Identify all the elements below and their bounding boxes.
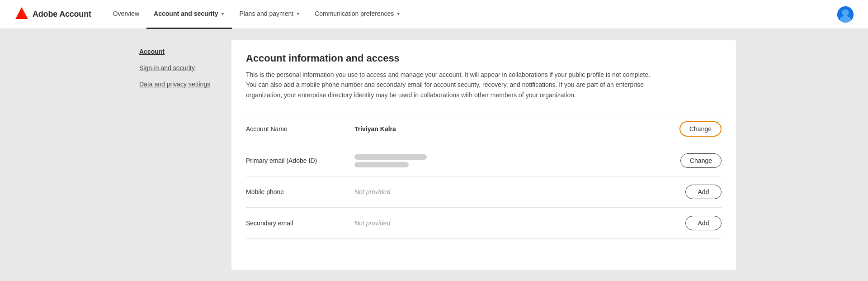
sidebar-item-data-privacy[interactable]: Data and privacy settings: [132, 76, 231, 92]
primary-email-label: Primary email (Adobe ID): [246, 157, 354, 164]
nav-link-account-security[interactable]: Account and security ▼: [146, 0, 232, 29]
email-blur-line-2: [354, 162, 409, 167]
main-wrapper: Account Sign-in and security Data and pr…: [118, 29, 750, 281]
nav-link-plans-payment[interactable]: Plans and payment ▼: [232, 0, 307, 29]
adobe-logo-icon: [14, 6, 29, 23]
chevron-down-icon: ▼: [396, 11, 401, 16]
account-name-action: Change: [679, 121, 722, 137]
primary-email-action: Change: [680, 153, 722, 168]
chevron-down-icon: ▼: [220, 11, 225, 16]
mobile-phone-action: Add: [685, 185, 722, 199]
nav-communication-label: Communication preferences: [315, 10, 394, 17]
primary-email-change-button[interactable]: Change: [680, 153, 722, 168]
account-name-value: Triviyan Kalra: [354, 125, 679, 133]
secondary-email-action: Add: [685, 216, 722, 230]
content-area: Account information and access This is t…: [231, 40, 736, 270]
nav-overview-label: Overview: [113, 10, 139, 17]
brand-name: Adobe Account: [33, 10, 91, 19]
nav-link-communication[interactable]: Communication preferences ▼: [307, 0, 408, 29]
avatar[interactable]: [837, 6, 854, 23]
secondary-email-row: Secondary email Not provided Add: [246, 207, 722, 239]
chevron-down-icon: ▼: [296, 11, 300, 16]
account-info-table: Account Name Triviyan Kalra Change Prima…: [246, 113, 722, 239]
sidebar-signin-label: Sign-in and security: [139, 64, 195, 71]
svg-point-5: [842, 10, 849, 16]
page-title: Account information and access: [246, 52, 722, 64]
page-description: This is the personal information you use…: [246, 70, 653, 100]
secondary-email-value: Not provided: [354, 219, 685, 227]
sidebar-account-label: Account: [139, 48, 165, 55]
primary-email-value: [354, 154, 680, 167]
email-blur-line-1: [354, 154, 427, 160]
secondary-email-label: Secondary email: [246, 219, 354, 227]
nav-account-security-label: Account and security: [154, 10, 218, 17]
nav-links: Overview Account and security ▼ Plans an…: [106, 0, 837, 29]
sidebar-item-account[interactable]: Account: [132, 43, 231, 60]
adobe-logo-link[interactable]: Adobe Account: [14, 6, 91, 23]
account-name-label: Account Name: [246, 125, 354, 133]
sidebar: Account Sign-in and security Data and pr…: [132, 40, 231, 270]
mobile-phone-value: Not provided: [354, 188, 685, 195]
account-name-change-button[interactable]: Change: [679, 121, 722, 137]
nav-link-overview[interactable]: Overview: [106, 0, 146, 29]
sidebar-item-signin-security[interactable]: Sign-in and security: [132, 60, 231, 76]
top-navigation: Adobe Account Overview Account and secur…: [0, 0, 868, 29]
mobile-phone-label: Mobile phone: [246, 188, 354, 195]
account-name-row: Account Name Triviyan Kalra Change: [246, 113, 722, 145]
primary-email-row: Primary email (Adobe ID) Change: [246, 145, 722, 176]
mobile-phone-row: Mobile phone Not provided Add: [246, 176, 722, 207]
secondary-email-add-button[interactable]: Add: [685, 216, 722, 230]
mobile-phone-add-button[interactable]: Add: [685, 185, 722, 199]
nav-plans-payment-label: Plans and payment: [239, 10, 293, 17]
sidebar-data-privacy-label: Data and privacy settings: [139, 81, 210, 88]
